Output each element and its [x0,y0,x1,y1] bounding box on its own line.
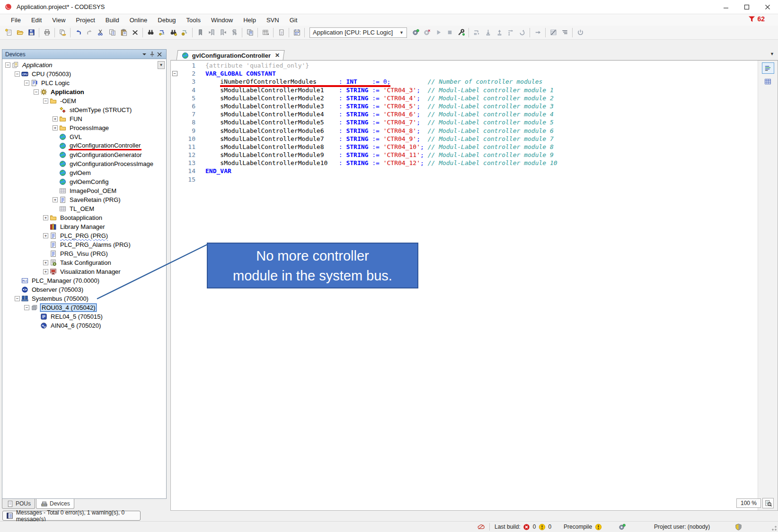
step-over-button[interactable] [471,27,482,38]
tree-expander[interactable]: − [15,71,20,77]
tree-item-ain04-6-705020-[interactable]: AIN04_6 (705020) [2,321,166,330]
tree-item-cpu-705003-[interactable]: −CPUCPU (705003) [2,70,166,78]
active-application-combo[interactable]: Application [CPU: PLC Logic]▼ [309,27,407,38]
code-line-14[interactable]: 14END_VAR [171,167,758,175]
tree-item-gvlconfigurationgenerator[interactable]: gvlConfigurationGenerator [2,150,166,159]
code-line-15[interactable]: 15 [171,175,758,183]
code-line-6[interactable]: 6 sModulLabelControllerModule3 : STRING … [171,102,758,110]
single-cycle-button[interactable] [516,27,528,38]
pin-icon[interactable] [148,51,156,58]
zoom-level[interactable]: 100 % [736,498,761,508]
textual-view-button[interactable] [762,62,774,74]
menu-online[interactable]: Online [124,15,153,25]
properties-button[interactable] [275,27,287,38]
step-out-button[interactable] [494,27,505,38]
menu-view[interactable]: View [47,15,71,25]
code-line-11[interactable]: 11 sModulLabelControllerModule8 : STRING… [171,143,758,151]
save-button[interactable] [26,27,37,38]
delete-button[interactable] [129,27,141,38]
tree-item-systembus-705000-[interactable]: −Systembus (705000) [2,294,166,303]
open-file-button[interactable] [14,27,26,38]
editor-tab[interactable]: gvlConfigurationController ✕ [177,50,285,60]
tree-item-application[interactable]: −Application [2,61,166,70]
tree-expander[interactable]: + [43,269,48,274]
copy-all-button[interactable] [244,27,256,38]
resize-grip[interactable] [771,525,777,531]
tree-item-rel04-5-705015-[interactable]: REL04_5 (705015) [2,312,166,321]
tree-expander[interactable]: + [43,233,48,238]
run-to-cursor-button[interactable] [505,27,516,38]
tree-expander[interactable]: + [53,197,58,202]
bookmark-button[interactable] [194,27,206,38]
tree-item-gvlconfigurationprocessimage[interactable]: gvlConfigurationProcessImage [2,159,166,168]
tree-item-observer-705003-[interactable]: Observer (705003) [2,285,166,294]
tree-item-bootapplication[interactable]: +Bootapplication [2,213,166,222]
tree-item-saveretain-prg-[interactable]: +SaveRetain (PRG) [2,195,166,204]
tabular-view-button[interactable] [762,76,774,87]
panel-menu-icon[interactable] [141,51,148,58]
replace-in-project-button[interactable] [179,27,190,38]
tab-overflow-icon[interactable]: ▼ [770,52,774,56]
bookmark-prev-button[interactable] [206,27,217,38]
tree-item-plc-prg-alarms-prg-[interactable]: PLC_PRG_Alarms (PRG) [2,240,166,249]
maximize-button[interactable] [736,0,757,14]
tree-item-gvl[interactable]: GVL [2,132,166,141]
stop-button[interactable] [444,27,455,38]
tree-item-gvlconfigurationcontroller[interactable]: gvlConfigurationController [2,141,166,150]
code-line-10[interactable]: 10 sModulLabelControllerModule7 : STRING… [171,135,758,143]
menu-svn[interactable]: SVN [261,15,284,25]
tree-item-processimage[interactable]: +ProcessImage [2,123,166,132]
sort-button[interactable] [559,27,570,38]
zoom-magnifier-icon[interactable] [762,498,774,508]
find-in-project-button[interactable] [168,27,179,38]
code-line-4[interactable]: 4 sModulLabelControllerModule1 : STRING … [171,86,758,94]
tree-item-task-configuration[interactable]: +Task Configuration [2,258,166,267]
login-button[interactable] [410,27,421,38]
menu-debug[interactable]: Debug [152,15,181,25]
menu-help[interactable]: Help [238,15,261,25]
copy-button[interactable] [106,27,118,38]
menu-tools[interactable]: Tools [181,15,206,25]
tree-item-imagepool-oem[interactable]: ImagePool_OEM [2,186,166,195]
tree-item-gvloemconfig[interactable]: gvlOemConfig [2,177,166,186]
undo-button[interactable] [72,27,84,38]
code-line-2[interactable]: −2VAR_GLOBAL CONSTANT [171,70,758,78]
tree-filter-dropdown[interactable]: ▼ [158,61,165,69]
paste-button[interactable] [118,27,129,38]
tree-expander[interactable]: − [24,80,29,86]
menu-window[interactable]: Window [206,15,238,25]
code-line-7[interactable]: 7 sModulLabelControllerModule4 : STRING … [171,110,758,118]
tree-item-tl-oem[interactable]: TL_OEM [2,204,166,213]
menu-edit[interactable]: Edit [26,15,47,25]
panel-close-icon[interactable] [156,51,163,58]
tree-expander[interactable]: − [34,89,39,95]
code-line-5[interactable]: 5 sModulLabelControllerModule2 : STRING … [171,94,758,102]
tree-expander[interactable]: − [43,98,48,104]
breakpoints-button[interactable] [455,27,467,38]
step-into-button[interactable] [482,27,494,38]
redo-button[interactable] [84,27,95,38]
tree-expander[interactable]: − [15,296,20,301]
tree-item-gvloem[interactable]: gvlOem [2,168,166,177]
bookmark-clear-button[interactable] [229,27,240,38]
flow-control-button[interactable] [548,27,559,38]
tree-expander[interactable]: + [43,260,48,265]
tree-expander[interactable]: − [24,305,29,310]
tree-expander[interactable]: + [43,215,48,220]
cut-button[interactable] [95,27,106,38]
start-button[interactable] [433,27,444,38]
fold-toggle[interactable]: − [171,70,178,78]
tree-item-visualization-manager[interactable]: +Visualization Manager [2,267,166,276]
tree-item-fun[interactable]: +FUN [2,114,166,123]
filter-badge[interactable]: 62 [748,15,765,23]
tree-expander[interactable]: + [53,125,58,131]
print-button[interactable] [41,27,53,38]
copy-project-button[interactable] [57,27,68,38]
bookmark-next-button[interactable] [217,27,229,38]
tree-item--oem[interactable]: −-OEM [2,96,166,105]
menu-project[interactable]: Project [71,15,100,25]
code-line-8[interactable]: 8 sModulLabelControllerModule5 : STRING … [171,118,758,126]
panel-tab-devices[interactable]: Devices [36,499,74,509]
close-button[interactable] [757,0,778,14]
messages-tab[interactable]: Messages - Total 0 error(s), 1 warning(s… [2,511,141,521]
